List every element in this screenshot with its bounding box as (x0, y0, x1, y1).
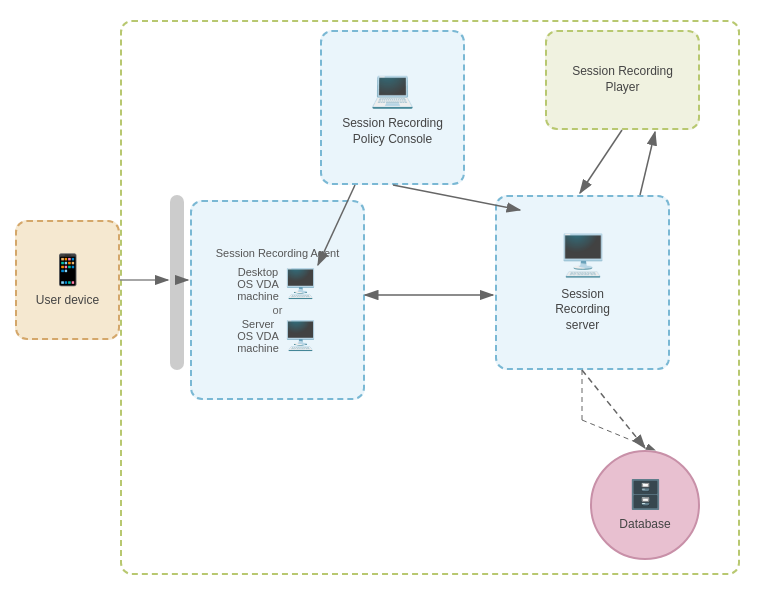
server-desktop-icon: 🖥️ (283, 319, 318, 352)
agent-box: Session Recording Agent Desktop OS VDA m… (190, 200, 365, 400)
user-device-box: 📱 User device (15, 220, 120, 340)
agent-desktop-label: Desktop OS VDA machine (237, 266, 279, 302)
desktop-icon: 🖥️ (283, 267, 318, 300)
database-label: Database (619, 517, 670, 533)
database-box: 🗄️ Database (590, 450, 700, 560)
server-rack-icon: 🖥️ (558, 232, 608, 279)
agent-or-label: or (273, 304, 283, 316)
laptop-icon: 💻 (370, 68, 415, 110)
database-icon: 🗄️ (628, 478, 663, 511)
policy-console-label: Session Recording Policy Console (342, 116, 443, 147)
diagram-container: 📱 User device 💻 Session Recording Policy… (0, 0, 782, 600)
user-device-label: User device (36, 293, 99, 309)
agent-desktop-section: Desktop OS VDA machine 🖥️ (202, 266, 353, 302)
agent-server-section: Server OS VDA machine 🖥️ (202, 318, 353, 354)
recording-server-label: Session Recording server (555, 287, 610, 334)
player-label: Session Recording Player (572, 64, 673, 95)
agent-server-label: Server OS VDA machine (237, 318, 279, 354)
devices-icon: 📱 (49, 252, 86, 287)
player-box: Session Recording Player (545, 30, 700, 130)
recording-server-box: 🖥️ Session Recording server (495, 195, 670, 370)
policy-console-box: 💻 Session Recording Policy Console (320, 30, 465, 185)
agent-title: Session Recording Agent (216, 246, 340, 261)
separator-bar (170, 195, 184, 370)
